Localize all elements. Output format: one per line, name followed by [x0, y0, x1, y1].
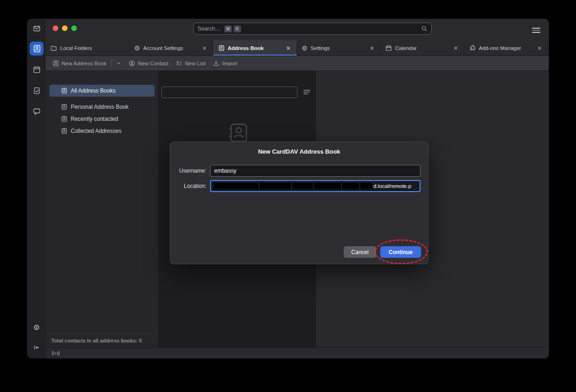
list-item-label: All Address Books: [71, 87, 116, 94]
tab-bar: Local Folders ⚙ Account Settings × Addre…: [46, 40, 549, 56]
tab-label: Add-ons Manager: [479, 45, 521, 51]
traffic-zoom-button[interactable]: [71, 25, 77, 31]
redaction-bar: [260, 183, 291, 189]
username-label: Username:: [170, 168, 206, 174]
gear-icon: ⚙: [302, 45, 308, 51]
status-bar: [46, 348, 549, 358]
mail-icon[interactable]: [30, 22, 43, 35]
k-key-badge: K: [234, 25, 241, 32]
traffic-close-button[interactable]: [53, 25, 58, 31]
address-book-icon: [61, 116, 67, 122]
close-tab-icon[interactable]: ×: [201, 45, 208, 51]
tab-calendar[interactable]: Calendar ×: [381, 40, 465, 56]
puzzle-icon: [469, 45, 476, 51]
location-field[interactable]: d.local/remote.p: [210, 180, 421, 192]
new-contact-button[interactable]: New Contact: [129, 60, 168, 67]
redaction-bar: [342, 183, 359, 189]
close-tab-icon[interactable]: ×: [285, 45, 292, 51]
tab-addons-manager[interactable]: Add-ons Manager ×: [465, 40, 548, 56]
contacts-search-input[interactable]: [161, 87, 297, 98]
close-tab-icon[interactable]: ×: [536, 45, 543, 51]
thunderbird-window: ⚙ Search… ⌘ K Local Fo: [27, 19, 549, 359]
close-tab-icon[interactable]: ×: [368, 45, 376, 51]
location-label: Location:: [170, 183, 206, 189]
display-options-icon[interactable]: [303, 88, 312, 97]
titlebar: Search… ⌘ K: [46, 19, 549, 40]
contact-icon: [129, 60, 135, 67]
list-item-all-address-books[interactable]: All Address Books: [50, 85, 155, 97]
list-item-collected-addresses[interactable]: Collected Addresses: [50, 125, 155, 137]
address-books-pane: All Address Books Personal Address Book: [46, 71, 159, 348]
tab-label: Address Book: [228, 45, 264, 51]
empty-contact-placeholder-icon: [226, 122, 248, 144]
account-settings-icon: ⚙: [134, 45, 140, 51]
redaction-bar: [360, 183, 372, 189]
tab-label: Settings: [311, 45, 330, 51]
address-book-icon: [52, 60, 59, 67]
collapse-rail-icon[interactable]: [30, 341, 43, 354]
new-contact-label: New Contact: [138, 61, 168, 66]
chat-rail-icon[interactable]: [30, 105, 43, 118]
address-book-toolbar: New Address Book New Contact New List: [46, 56, 549, 71]
new-carddav-dialog: New CardDAV Address Book Username: Locat…: [170, 142, 428, 264]
search-icon: [421, 25, 427, 32]
calendar-rail-icon[interactable]: [30, 63, 43, 76]
gear-glyph: ⚙: [33, 323, 40, 332]
address-book-icon: [61, 104, 67, 110]
network-status-icon: [51, 350, 60, 356]
new-address-book-label: New Address Book: [62, 61, 106, 66]
import-icon: [213, 60, 219, 67]
list-icon: [176, 60, 182, 67]
chevron-down-icon[interactable]: [116, 61, 121, 66]
tab-label: Local Folders: [60, 45, 92, 51]
redaction-bar: [314, 183, 341, 189]
new-list-button[interactable]: New List: [176, 60, 205, 67]
list-item-recently-contacted[interactable]: Recently contacted: [50, 113, 155, 125]
address-book-icon: [61, 128, 67, 134]
list-item-label: Recently contacted: [71, 116, 118, 122]
tab-local-folders[interactable]: Local Folders: [46, 40, 130, 56]
close-tab-icon[interactable]: ×: [452, 45, 459, 51]
list-item-label: Personal Address Book: [71, 104, 129, 110]
address-book-icon: [218, 45, 224, 51]
global-search-input[interactable]: Search… ⌘ K: [193, 23, 432, 35]
new-list-label: New List: [185, 61, 205, 66]
calendar-icon: [385, 45, 392, 51]
list-item-personal-address-book[interactable]: Personal Address Book: [50, 101, 155, 113]
tab-address-book[interactable]: Address Book ×: [213, 40, 297, 56]
tab-label: Account Settings: [143, 45, 183, 51]
cancel-button[interactable]: Cancel: [344, 246, 376, 258]
tasks-rail-icon[interactable]: [30, 84, 43, 97]
address-book-list: All Address Books Personal Address Book: [46, 71, 158, 137]
tab-settings[interactable]: ⚙ Settings ×: [297, 40, 381, 56]
username-field[interactable]: [210, 165, 421, 177]
app-menu-icon[interactable]: [532, 26, 540, 34]
list-item-label: Collected Addresses: [71, 128, 121, 134]
folder-icon: [50, 45, 57, 51]
dialog-title: New CardDAV Address Book: [170, 148, 428, 155]
continue-button[interactable]: Continue: [380, 246, 421, 258]
location-visible-text: d.local/remote.p: [373, 183, 411, 189]
tab-label: Calendar: [395, 45, 417, 51]
new-address-book-button[interactable]: New Address Book: [52, 60, 121, 67]
traffic-minimize-button[interactable]: [62, 25, 68, 31]
app-rail: ⚙: [27, 19, 46, 358]
settings-rail-icon[interactable]: ⚙: [30, 321, 43, 334]
total-contacts-status: Total contacts in all address books: 0: [46, 333, 158, 348]
address-book-icon: [61, 87, 67, 94]
import-label: Import: [222, 61, 237, 66]
import-button[interactable]: Import: [213, 60, 237, 67]
redaction-bar: [214, 183, 258, 189]
command-key-badge: ⌘: [224, 25, 232, 32]
search-placeholder: Search…: [198, 25, 221, 32]
split-divider: [111, 60, 111, 67]
tab-account-settings[interactable]: ⚙ Account Settings ×: [130, 40, 213, 56]
redaction-bar: [292, 183, 313, 189]
address-book-rail-icon[interactable]: [30, 42, 43, 56]
